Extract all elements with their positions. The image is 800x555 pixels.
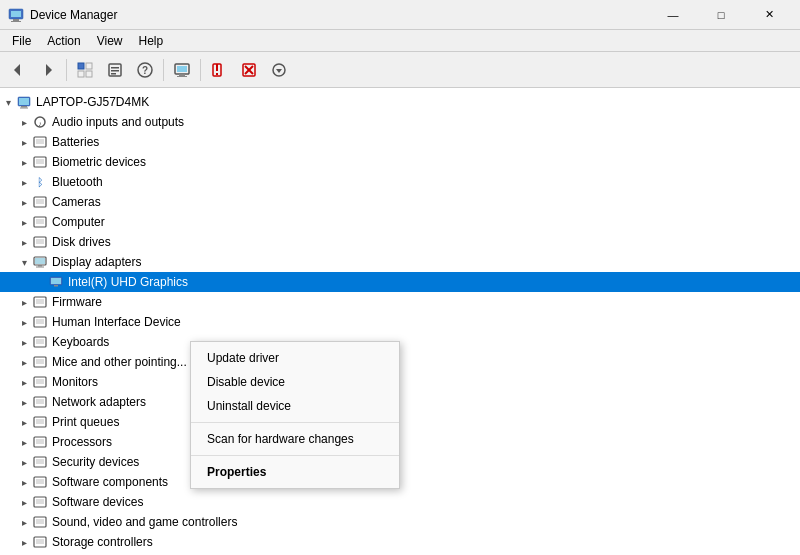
tree-toggle-diskdrives[interactable]: ▸ bbox=[16, 234, 32, 250]
tree-toggle-biometric[interactable]: ▸ bbox=[16, 154, 32, 170]
svg-rect-63 bbox=[36, 399, 44, 404]
svg-text:ᛒ: ᛒ bbox=[37, 176, 44, 188]
ctx-item-uninstall-device[interactable]: Uninstall device bbox=[191, 394, 399, 418]
svg-rect-73 bbox=[36, 499, 44, 504]
svg-rect-40 bbox=[36, 199, 44, 204]
minimize-button[interactable]: — bbox=[650, 0, 696, 30]
svg-rect-7 bbox=[86, 63, 92, 69]
tree-item-mice[interactable]: ▸Mice and other pointing... bbox=[0, 352, 800, 372]
ctx-item-disable-device[interactable]: Disable device bbox=[191, 370, 399, 394]
tree-toggle-root[interactable]: ▾ bbox=[0, 94, 16, 110]
tree-toggle-audio[interactable]: ▸ bbox=[16, 114, 32, 130]
tree-label-hid: Human Interface Device bbox=[52, 315, 181, 329]
svg-rect-8 bbox=[78, 71, 84, 77]
tree-toggle-keyboards[interactable]: ▸ bbox=[16, 334, 32, 350]
tree-toggle-firmware[interactable]: ▸ bbox=[16, 294, 32, 310]
toolbar-separator-1 bbox=[66, 59, 67, 81]
tree-toggle-securitydevices[interactable]: ▸ bbox=[16, 454, 32, 470]
tree-toggle-storage[interactable]: ▸ bbox=[16, 534, 32, 550]
tree-item-printqueues[interactable]: ▸Print queues bbox=[0, 412, 800, 432]
tree-item-softwarecomponents[interactable]: ▸Software components bbox=[0, 472, 800, 492]
menu-help[interactable]: Help bbox=[131, 30, 172, 52]
svg-rect-6 bbox=[78, 63, 84, 69]
update-button[interactable] bbox=[265, 56, 293, 84]
tree-toggle-softwaredevices[interactable]: ▸ bbox=[16, 494, 32, 510]
warning-button[interactable] bbox=[205, 56, 233, 84]
tree-item-sound[interactable]: ▸Sound, video and game controllers bbox=[0, 512, 800, 532]
tree-toggle-hid[interactable]: ▸ bbox=[16, 314, 32, 330]
tree-item-securitydevices[interactable]: ▸Security devices bbox=[0, 452, 800, 472]
tree-label-diskdrives: Disk drives bbox=[52, 235, 111, 249]
tree-toggle-sound[interactable]: ▸ bbox=[16, 514, 32, 530]
tree-toggle-computer[interactable]: ▸ bbox=[16, 214, 32, 230]
tree-icon-softwaredevices bbox=[32, 494, 48, 510]
tree-item-diskdrives[interactable]: ▸Disk drives bbox=[0, 232, 800, 252]
tree-toggle-cameras[interactable]: ▸ bbox=[16, 194, 32, 210]
properties-button[interactable] bbox=[101, 56, 129, 84]
tree-toggle-monitors[interactable]: ▸ bbox=[16, 374, 32, 390]
back-button[interactable] bbox=[4, 56, 32, 84]
tree-item-audio[interactable]: ▸♪Audio inputs and outputs bbox=[0, 112, 800, 132]
tree-item-computer[interactable]: ▸Computer bbox=[0, 212, 800, 232]
tree-item-softwaredevices[interactable]: ▸Software devices bbox=[0, 492, 800, 512]
svg-rect-75 bbox=[36, 519, 44, 524]
toolbar: ? bbox=[0, 52, 800, 88]
tree-item-root[interactable]: ▾LAPTOP-GJ57D4MK bbox=[0, 92, 800, 112]
tree-toggle-mice[interactable]: ▸ bbox=[16, 354, 32, 370]
tree-item-networkadapters[interactable]: ▸Network adapters bbox=[0, 392, 800, 412]
tree-icon-printqueues bbox=[32, 414, 48, 430]
tree-toggle-displayadapters[interactable]: ▾ bbox=[16, 254, 32, 270]
svg-rect-18 bbox=[179, 74, 185, 76]
tree-item-bluetooth[interactable]: ▸ᛒBluetooth bbox=[0, 172, 800, 192]
tree-icon-displayadapters bbox=[32, 254, 48, 270]
tree-item-keyboards[interactable]: ▸Keyboards bbox=[0, 332, 800, 352]
tree-item-processors[interactable]: ▸Processors bbox=[0, 432, 800, 452]
menu-bar: File Action View Help bbox=[0, 30, 800, 52]
svg-rect-69 bbox=[36, 459, 44, 464]
tree-toggle-networkadapters[interactable]: ▸ bbox=[16, 394, 32, 410]
tree-item-displayadapters[interactable]: ▾Display adapters bbox=[0, 252, 800, 272]
menu-view[interactable]: View bbox=[89, 30, 131, 52]
tree-item-batteries[interactable]: ▸Batteries bbox=[0, 132, 800, 152]
tree-item-biometric[interactable]: ▸Biometric devices bbox=[0, 152, 800, 172]
ctx-item-scan-hardware[interactable]: Scan for hardware changes bbox=[191, 427, 399, 451]
svg-rect-19 bbox=[177, 76, 187, 77]
tree-toggle-softwarecomponents[interactable]: ▸ bbox=[16, 474, 32, 490]
tree-label-softwarecomponents: Software components bbox=[52, 475, 168, 489]
tree-label-biometric: Biometric devices bbox=[52, 155, 146, 169]
svg-rect-47 bbox=[38, 265, 42, 267]
scan-button[interactable] bbox=[168, 56, 196, 84]
svg-rect-2 bbox=[13, 19, 19, 21]
menu-file[interactable]: File bbox=[4, 30, 39, 52]
tree-icon-bluetooth: ᛒ bbox=[32, 174, 48, 190]
tree-toggle-bluetooth[interactable]: ▸ bbox=[16, 174, 32, 190]
forward-button[interactable] bbox=[34, 56, 62, 84]
tree-item-intelhd[interactable]: Intel(R) UHD Graphics bbox=[0, 272, 800, 292]
ctx-item-update-driver[interactable]: Update driver bbox=[191, 346, 399, 370]
tree-label-audio: Audio inputs and outputs bbox=[52, 115, 184, 129]
ctx-item-properties[interactable]: Properties bbox=[191, 460, 399, 484]
tree-label-softwaredevices: Software devices bbox=[52, 495, 143, 509]
maximize-button[interactable]: □ bbox=[698, 0, 744, 30]
tree-toggle-batteries[interactable]: ▸ bbox=[16, 134, 32, 150]
tree-label-monitors: Monitors bbox=[52, 375, 98, 389]
tree-label-printqueues: Print queues bbox=[52, 415, 119, 429]
tree-label-displayadapters: Display adapters bbox=[52, 255, 141, 269]
tree-toggle-printqueues[interactable]: ▸ bbox=[16, 414, 32, 430]
menu-action[interactable]: Action bbox=[39, 30, 88, 52]
tree-toggle-processors[interactable]: ▸ bbox=[16, 434, 32, 450]
help-button[interactable]: ? bbox=[131, 56, 159, 84]
tree-item-cameras[interactable]: ▸Cameras bbox=[0, 192, 800, 212]
tree-item-storage[interactable]: ▸Storage controllers bbox=[0, 532, 800, 552]
svg-rect-71 bbox=[36, 479, 44, 484]
close-button[interactable]: ✕ bbox=[746, 0, 792, 30]
tree-item-firmware[interactable]: ▸Firmware bbox=[0, 292, 800, 312]
tree-item-hid[interactable]: ▸Human Interface Device bbox=[0, 312, 800, 332]
svg-rect-12 bbox=[111, 70, 119, 72]
tree-panel[interactable]: ▾LAPTOP-GJ57D4MK▸♪Audio inputs and outpu… bbox=[0, 88, 800, 555]
tree-item-monitors[interactable]: ▸Monitors bbox=[0, 372, 800, 392]
show-hidden-button[interactable] bbox=[71, 56, 99, 84]
tree-icon-keyboards bbox=[32, 334, 48, 350]
svg-rect-35 bbox=[36, 139, 44, 144]
remove-button[interactable] bbox=[235, 56, 263, 84]
